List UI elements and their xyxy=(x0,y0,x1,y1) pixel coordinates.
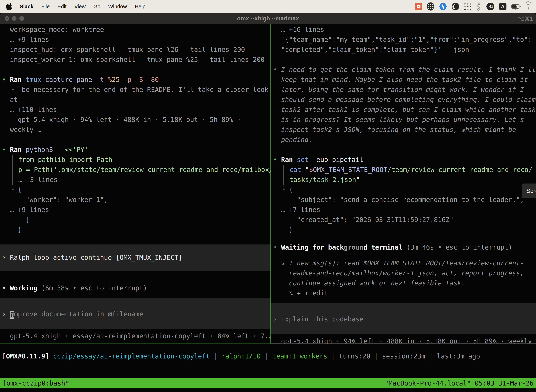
terminal-line: p = Path('.omx/state/team/review-current… xyxy=(18,165,270,175)
screen-recording-icon[interactable] xyxy=(415,3,422,10)
terminal-line: • Waiting for background terminal (3m 46… xyxy=(273,242,536,252)
tmux-session-label[interactable]: [omx-cczip0:bash* xyxy=(2,378,69,388)
menu-item-file[interactable]: File xyxy=(41,4,50,9)
zoom-button[interactable] xyxy=(19,16,24,21)
terminal-line: ] xyxy=(2,215,270,225)
terminal-line: • Working (6m 38s • esc to interrupt) xyxy=(2,283,270,293)
omx-status-line: [OMX#0.11.9] cczip/essay/ai-reimplementa… xyxy=(2,351,536,361)
pane-divider-vertical[interactable] xyxy=(270,24,271,344)
terminal-line: • I need to get the claim token from the… xyxy=(273,65,536,75)
apple-menu-icon[interactable] xyxy=(6,3,12,10)
terminal-line: later. Using the same for transition mig… xyxy=(273,85,536,95)
omx-status-pane: [OMX#0.11.9] cczip/essay/ai-reimplementa… xyxy=(0,344,536,378)
battery-icon[interactable] xyxy=(511,5,519,9)
input-placeholder: Explain this codebase xyxy=(281,315,364,323)
notification-burst-icon[interactable] xyxy=(439,3,447,10)
screen-tooltip: Scre xyxy=(522,183,536,198)
terminal-line: cat "$OMX_TEAM_STATE_ROOT/team/review-cu… xyxy=(289,165,536,175)
terminal-line: • Ran tmux capture-pane -t %25 -p -S -80 xyxy=(2,75,270,85)
prompt-input-right[interactable]: › Explain this codebase xyxy=(271,303,536,334)
menu-item-window[interactable]: Window xyxy=(108,4,127,9)
terminal-line: └ { xyxy=(273,185,536,195)
terminal-line: '{"team_name":"my-team","task_id":"1","f… xyxy=(273,35,536,45)
terminal-line: "worker": "worker-1", xyxy=(2,195,270,205)
menu-item-help[interactable]: Help xyxy=(135,4,146,9)
terminal-line: … +7 lines xyxy=(273,205,536,215)
terminal-line: ⌥ + ↑ edit xyxy=(273,288,536,298)
terminal-line: inspect task2's JSON, focusing on the st… xyxy=(273,125,536,135)
pane-right[interactable]: … +16 lines '{"team_name":"my-team","tas… xyxy=(271,24,536,344)
terminal-line: • Ran python3 - <<'PY' xyxy=(2,145,270,155)
dots-grid-icon[interactable] xyxy=(464,3,471,10)
terminal-line: └ { xyxy=(2,185,270,195)
terminal-window: omx --xhigh --madmax ⌥⌘1 workspace_mode:… xyxy=(0,13,536,392)
terminal-line: • Ran set -euo pipefail xyxy=(273,155,536,165)
terminal-line: } xyxy=(2,225,270,235)
menu-item-edit[interactable]: Edit xyxy=(57,4,67,9)
terminal-line: [OMX#0.11.9] cczip/essay/ai-reimplementa… xyxy=(2,351,536,361)
terminal-line: keep that in mind. Maybe I also need the… xyxy=(273,75,536,85)
menu-bar: Slack File Edit View Go Window Help ..61… xyxy=(0,0,536,13)
app-squiggle-icon[interactable] xyxy=(476,2,482,10)
menu-item-view[interactable]: View xyxy=(74,4,86,9)
tmux-host-clock: "MacBook-Pro-44.local" 05:03 31-Mar-26 xyxy=(385,378,534,388)
right-model-statusline: gpt-5.4 xhigh · 94% left · 488K in · 5.1… xyxy=(273,336,536,344)
working-status: • Working (6m 38s • esc to interrupt) xyxy=(2,283,270,293)
terminal-line: … +3 lines xyxy=(18,175,270,185)
ralph-loop-banner: › Ralph loop active continue [OMX_TMUX_I… xyxy=(0,244,270,271)
terminal-line: should send a message before completing … xyxy=(273,95,536,105)
terminal-line: "created_at": "2026-03-31T11:59:27.816Z" xyxy=(273,215,536,225)
terminal-line: … +9 lines xyxy=(2,35,270,45)
terminal-line: is in progress? It seems likely but perh… xyxy=(273,115,536,125)
text-cursor: I xyxy=(10,311,14,319)
crescent-app-icon[interactable] xyxy=(452,3,459,10)
terminal-line: readme-and-reco/mailbox/worker-1.json, a… xyxy=(273,268,536,278)
window-shortcut-hint: ⌥⌘1 xyxy=(517,15,533,22)
terminal-line: workspace_mode: worktree xyxy=(2,25,270,35)
right-scrollback: … +16 lines '{"team_name":"my-team","tas… xyxy=(273,25,536,298)
terminal-line: "completed","claim_token":"claim-token"}… xyxy=(273,45,536,55)
terminal-line xyxy=(2,65,270,75)
terminal-line xyxy=(273,145,536,155)
close-button[interactable] xyxy=(5,16,9,21)
input-placeholder: mprove documentation in @filename xyxy=(14,310,143,318)
terminal-line: › Ralph loop active continue [OMX_TMUX_I… xyxy=(2,252,270,263)
terminal-line: inspect_worker-1: omx sparkshell --tmux-… xyxy=(2,55,270,65)
input-source-icon[interactable]: A xyxy=(499,3,507,10)
prompt-chevron: › xyxy=(2,310,10,318)
terminal-line: … +16 lines xyxy=(273,25,536,35)
terminal-content: workspace_mode: worktree … +9 lines insp… xyxy=(0,24,536,392)
terminal-line: from pathlib import Path xyxy=(18,155,270,165)
left-scrollback: workspace_mode: worktree … +9 lines insp… xyxy=(2,25,270,235)
pane-left[interactable]: workspace_mode: worktree … +9 lines insp… xyxy=(0,24,270,344)
window-titlebar[interactable]: omx --xhigh --madmax ⌥⌘1 xyxy=(0,13,536,24)
minimize-button[interactable] xyxy=(12,16,17,21)
prompt-chevron: › xyxy=(273,315,281,323)
terminal-line: tasks/task-2.json" xyxy=(289,175,536,185)
window-title: omx --xhigh --madmax xyxy=(0,15,536,22)
menu-app-name[interactable]: Slack xyxy=(20,4,34,9)
terminal-line: pending. xyxy=(273,135,536,145)
terminal-line: "subject": "send a concise recommendatio… xyxy=(273,195,536,205)
keyboard-shield-icon[interactable] xyxy=(427,2,434,10)
menu-item-go[interactable]: Go xyxy=(93,4,100,9)
terminal-line: gpt-5.4 xhigh · 94% left · 488K in · 5.1… xyxy=(2,115,270,125)
terminal-line xyxy=(2,135,270,145)
left-model-statusline: gpt-5.4 xhigh · essay/ai-reimplementatio… xyxy=(2,331,270,341)
wifi-icon[interactable] xyxy=(524,4,532,9)
command-output-group: from pathlib import Pathp = Path('.omx/s… xyxy=(12,155,270,185)
percent-badge-icon[interactable]: ..61 xyxy=(486,3,494,10)
terminal-line xyxy=(273,55,536,65)
terminal-line: at xyxy=(2,95,270,105)
tmux-status-bar: [omx-cczip0:bash* "MacBook-Pro-44.local"… xyxy=(0,378,536,388)
terminal-line: inspect_hud: omx sparkshell --tmux-pane … xyxy=(2,45,270,55)
terminal-line: task2 after task1 is complete, but can I… xyxy=(273,105,536,115)
terminal-line: … +110 lines xyxy=(2,105,270,115)
terminal-line: continue assigned work or next feasible … xyxy=(273,278,536,288)
terminal-line: } xyxy=(273,225,536,235)
prompt-input-left[interactable]: › Improve documentation in @filename xyxy=(0,298,270,329)
terminal-line: ↳ 1 new msg(s): read $OMX_TEAM_STATE_ROO… xyxy=(273,258,536,268)
terminal-line: … +9 lines xyxy=(2,205,270,215)
command-output-group: cat "$OMX_TEAM_STATE_ROOT/team/review-cu… xyxy=(283,165,536,185)
terminal-line: └ be necessary for the end of the README… xyxy=(2,85,270,95)
